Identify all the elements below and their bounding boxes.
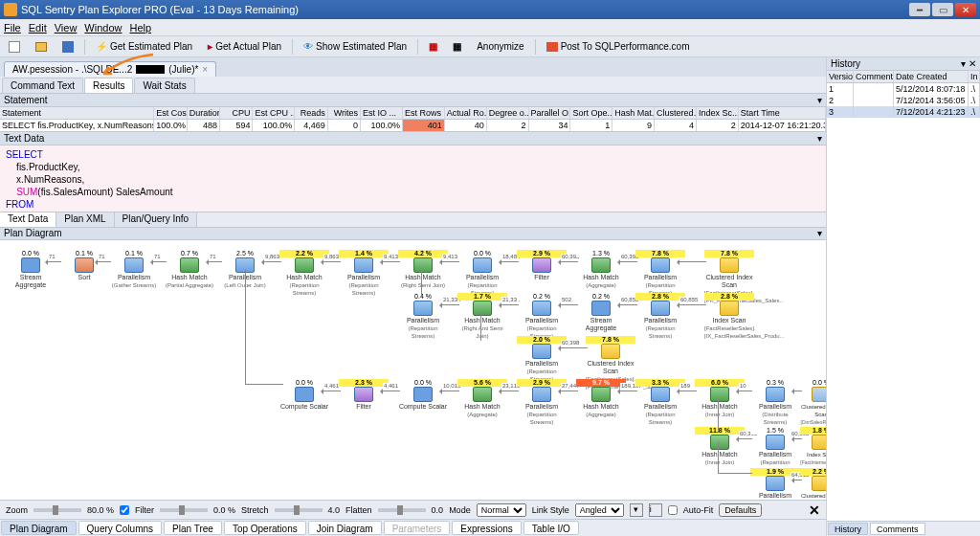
defaults-button[interactable]: Defaults xyxy=(719,503,762,517)
node-parallelism[interactable]: 7.8 %Parallelism(Repartition Streams) xyxy=(635,250,685,297)
get-estimated-plan-button[interactable]: ⚡Get Estimated Plan xyxy=(91,39,197,54)
node-compute-scalar[interactable]: 0.0 %Compute Scalar xyxy=(279,379,329,411)
node-parallelism[interactable]: 2.9 %Parallelism(Repartition Streams) xyxy=(517,379,567,426)
node-parallelism[interactable]: 3.3 %Parallelism(Repartition Streams) xyxy=(635,379,685,426)
col-in[interactable]: In xyxy=(969,71,980,82)
panel-toggle-icon[interactable]: ▾ xyxy=(817,133,822,144)
col-date[interactable]: Date Created xyxy=(894,71,969,82)
tab-plan-tree[interactable]: Plan Tree xyxy=(164,521,222,535)
node-parallelism[interactable]: 2.8 %Parallelism(Repartition Streams) xyxy=(635,293,685,340)
node-hash-match[interactable]: 2.2 %Hash Match(Repartition Streams) xyxy=(279,250,329,297)
statement-row[interactable]: SELECT fis.ProductKey, x.NumReasons, SUM… xyxy=(0,120,826,131)
plan-diagram-canvas[interactable]: 0.0 %Stream Aggregate 71 0.1 %Sort 71 0.… xyxy=(0,240,826,500)
node-filter[interactable]: 2.3 %Filter xyxy=(339,379,389,411)
col-actrows[interactable]: Actual Ro... xyxy=(445,107,487,119)
history-row[interactable]: 27/12/2014 3:56:05 PM.\ xyxy=(827,95,980,106)
menu-window[interactable]: Window xyxy=(84,22,122,34)
node-clustered-index-scan[interactable]: 0.0 %Clustered Index Scan[DimSalesReason… xyxy=(800,379,826,434)
node-hash-match[interactable]: 1.7 %Hash Match(Right Anti Semi Join) xyxy=(457,293,507,340)
menu-help[interactable]: Help xyxy=(129,22,151,34)
node-hash-match[interactable]: 11.8 %Hash Match(Inner Join) xyxy=(695,427,745,466)
col-index[interactable]: Index Sc... xyxy=(697,107,739,119)
tab-plan-xml[interactable]: Plan XML xyxy=(56,212,114,227)
node-index-scan[interactable]: 2.8 %Index Scan[FactResellerSales].[IX_F… xyxy=(704,293,754,340)
tab-plan-query-info[interactable]: Plan/Query Info xyxy=(115,212,197,227)
node-hash-match[interactable]: 1.3 %Hash Match(Aggregate) xyxy=(576,250,626,289)
col-estcost[interactable]: Est Cost xyxy=(154,107,187,119)
node-hash-match[interactable]: 4.2 %Hash Match(Right Semi Join) xyxy=(398,250,448,289)
col-sort[interactable]: Sort Ope... xyxy=(570,107,612,119)
zoom-slider[interactable] xyxy=(33,508,81,512)
close-button[interactable]: ✕ xyxy=(955,3,976,16)
col-estrows[interactable]: Est Rows xyxy=(403,107,445,119)
node-hash-match[interactable]: 5.6 %Hash Match(Aggregate) xyxy=(457,379,507,418)
tab-query-columns[interactable]: Query Columns xyxy=(78,521,162,535)
stretch-slider[interactable] xyxy=(275,508,323,512)
node-parallelism[interactable]: 0.0 %Parallelism(Repartition Streams) xyxy=(457,250,507,297)
node-hash-match[interactable]: 6.0 %Hash Match(Inner Join) xyxy=(695,379,745,418)
close-panel-button[interactable]: ✕ xyxy=(809,502,820,518)
panel-toggle-icon[interactable]: ▾ xyxy=(817,228,822,239)
post-button[interactable]: Post To SQLPerformance.com xyxy=(542,39,695,54)
node-stream-aggregate[interactable]: 0.2 %Stream Aggregate xyxy=(576,293,626,332)
node-parallelism[interactable]: 0.4 %Parallelism(Repartition Streams) xyxy=(398,293,448,340)
tab-comments[interactable]: Comments xyxy=(870,523,925,535)
col-duration[interactable]: Duration xyxy=(188,107,220,119)
color-toggle-button[interactable]: ▾ xyxy=(630,503,643,517)
node-clustered-index-scan[interactable]: 2.2 %Clustered Index Scan[FactInternetSa… xyxy=(800,468,826,500)
tab-text-data[interactable]: Text Data xyxy=(0,212,56,227)
menu-view[interactable]: View xyxy=(55,22,78,34)
col-hash[interactable]: Hash Mat... xyxy=(612,107,655,119)
col-reads[interactable]: Reads xyxy=(295,107,327,119)
node-hash-match[interactable]: 9.7 %Hash Match(Aggregate) xyxy=(576,379,626,418)
info-button[interactable]: i xyxy=(649,503,662,517)
node-index-scan[interactable]: 1.8 %Index Scan[FactInternetSales].[IX_F… xyxy=(800,427,826,474)
col-writes[interactable]: Writes xyxy=(328,107,361,119)
node-parallelism[interactable]: 0.1 %Parallelism(Gather Streams) xyxy=(109,250,159,289)
panel-close-icon[interactable]: ▾ ✕ xyxy=(961,58,976,69)
tab-table-io[interactable]: Table I/O xyxy=(523,521,579,535)
tab-top-operations[interactable]: Top Operations xyxy=(224,521,306,535)
col-comments[interactable]: Comments xyxy=(854,71,894,82)
col-parallel[interactable]: Parallel O... xyxy=(529,107,571,119)
col-estio[interactable]: Est IO ... xyxy=(361,107,403,119)
node-parallelism[interactable]: 2.0 %Parallelism(Repartition Streams) xyxy=(517,336,567,383)
node-parallelism[interactable]: 0.3 %Parallelism(Distribute Streams) xyxy=(750,379,800,426)
col-start[interactable]: Start Time xyxy=(739,107,826,119)
show-estimated-plan-button[interactable]: 👁Show Estimated Plan xyxy=(299,39,412,54)
toggle-b-button[interactable]: ▦ xyxy=(448,39,466,54)
mode-select[interactable]: Normal xyxy=(477,503,526,517)
col-estcpu[interactable]: Est CPU ... xyxy=(253,107,295,119)
tab-plan-diagram[interactable]: Plan Diagram xyxy=(1,521,77,535)
open-button[interactable] xyxy=(31,40,52,54)
linkstyle-select[interactable]: Angled xyxy=(575,503,624,517)
node-parallelism[interactable]: 1.4 %Parallelism(Repartition Streams) xyxy=(339,250,389,297)
autofit-checkbox[interactable] xyxy=(668,505,678,515)
col-cpu[interactable]: CPU xyxy=(220,107,253,119)
col-clustered[interactable]: Clustered... xyxy=(655,107,697,119)
get-actual-plan-button[interactable]: ▸Get Actual Plan xyxy=(203,39,286,54)
menu-file[interactable]: File xyxy=(4,22,21,34)
history-row[interactable]: 15/12/2014 8:07:18 PM.\ xyxy=(827,83,980,95)
node-compute-scalar[interactable]: 0.0 %Compute Scalar xyxy=(398,379,448,411)
col-version[interactable]: Version xyxy=(827,71,854,82)
history-row[interactable]: 37/12/2014 4:21:23 PM.\ xyxy=(827,106,980,118)
tab-close-icon[interactable]: × xyxy=(202,64,208,75)
minimize-button[interactable]: ━ xyxy=(909,3,930,16)
save-button[interactable] xyxy=(57,39,78,55)
tab-command-text[interactable]: Command Text xyxy=(2,78,83,93)
col-degree[interactable]: Degree o... xyxy=(487,107,529,119)
sql-editor[interactable]: SELECT fis.ProductKey, x.NumReasons, SUM… xyxy=(0,145,826,212)
menu-edit[interactable]: Edit xyxy=(29,22,47,34)
tab-join-diagram[interactable]: Join Diagram xyxy=(308,521,382,535)
node-parallelism[interactable]: 0.2 %Parallelism(Repartition Streams) xyxy=(517,293,567,340)
new-button[interactable] xyxy=(4,39,25,55)
col-statement[interactable]: Statement xyxy=(0,107,154,119)
node-filter[interactable]: 2.9 %Filter xyxy=(517,250,567,281)
maximize-button[interactable]: ▭ xyxy=(932,3,953,16)
flatten-slider[interactable] xyxy=(378,508,426,512)
tab-history[interactable]: History xyxy=(828,523,868,535)
tab-expressions[interactable]: Expressions xyxy=(452,521,521,535)
anonymize-button[interactable]: Anonymize xyxy=(472,39,528,54)
node-hash-match[interactable]: 0.7 %Hash Match(Partial Aggregate) xyxy=(165,250,214,289)
